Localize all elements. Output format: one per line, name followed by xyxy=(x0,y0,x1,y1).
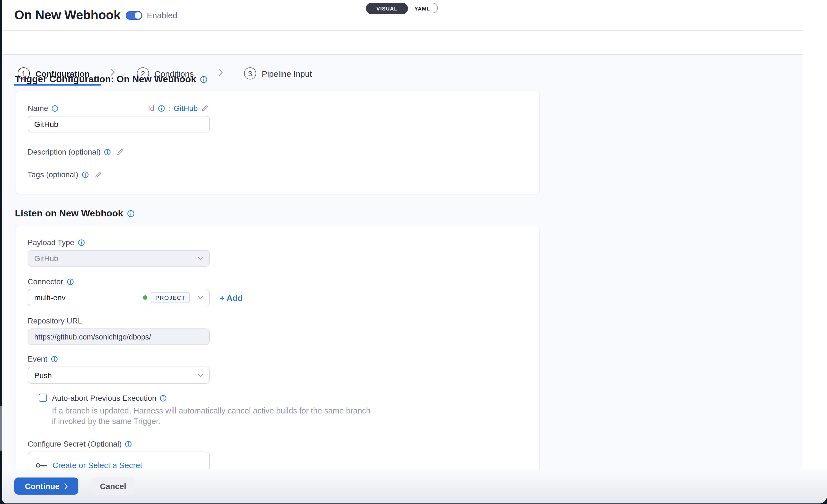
connector-status-dot xyxy=(143,295,148,300)
step-label: Pipeline Input xyxy=(262,69,312,78)
create-select-secret-link[interactable]: Create or Select a Secret xyxy=(52,461,142,470)
enabled-toggle[interactable] xyxy=(126,11,142,20)
name-input-value: GitHub xyxy=(34,120,58,129)
auto-abort-help-line1: If a branch is updated, Harness will aut… xyxy=(52,406,371,416)
chevron-right-icon xyxy=(218,68,223,79)
connector-row: Connector xyxy=(28,277,74,286)
info-icon[interactable] xyxy=(51,355,58,362)
footer-bar: Continue Cancel xyxy=(2,469,827,503)
cancel-button[interactable]: Cancel xyxy=(92,477,135,495)
trigger-config-heading-text: Trigger Configuration: On New Webhook xyxy=(15,74,196,85)
repo-url-label: Repository URL xyxy=(28,316,82,325)
repo-url-row: Repository URL xyxy=(28,316,82,325)
info-icon[interactable] xyxy=(200,75,208,83)
tab-yaml[interactable]: YAML xyxy=(407,3,437,14)
cancel-label: Cancel xyxy=(100,482,126,491)
payload-type-label: Payload Type xyxy=(28,238,74,247)
add-connector-button[interactable]: + Add xyxy=(220,293,243,303)
continue-button[interactable]: Continue xyxy=(14,477,79,495)
auto-abort-label: Auto-abort Previous Execution xyxy=(52,394,156,402)
listen-card: Payload Type GitHub Connector multi-env … xyxy=(15,226,540,503)
listen-heading: Listen on New Webhook xyxy=(15,208,135,219)
app-header: On New Webhook Enabled VISUAL YAML xyxy=(2,0,827,31)
id-row: Id : GitHub xyxy=(148,104,209,113)
connector-scope-badge: PROJECT xyxy=(151,292,190,303)
info-icon[interactable] xyxy=(125,440,132,447)
payload-type-row: Payload Type xyxy=(28,238,85,247)
edit-tags-pencil-icon[interactable] xyxy=(94,170,102,178)
name-label: Name xyxy=(28,104,48,113)
edit-description-pencil-icon[interactable] xyxy=(117,148,125,156)
auto-abort-row: Auto-abort Previous Execution xyxy=(52,394,167,402)
tab-visual[interactable]: VISUAL xyxy=(366,3,408,14)
connector-select[interactable]: multi-env PROJECT xyxy=(28,289,210,306)
id-label: Id xyxy=(148,104,154,113)
name-input[interactable]: GitHub xyxy=(28,116,210,133)
edit-id-pencil-icon[interactable] xyxy=(201,104,209,112)
name-label-row: Name xyxy=(28,104,59,113)
info-icon[interactable] xyxy=(104,148,111,155)
repo-url-input[interactable]: https://github.com/sonichigo/dbops/ xyxy=(28,329,210,345)
view-mode-switch: VISUAL YAML xyxy=(366,3,438,13)
auto-abort-checkbox[interactable] xyxy=(39,394,47,402)
chevron-down-icon xyxy=(198,296,203,299)
event-value: Push xyxy=(34,371,52,380)
repo-url-value: https://github.com/sonichigo/dbops/ xyxy=(34,333,151,341)
toggle-knob xyxy=(135,12,141,19)
event-row: Event xyxy=(28,354,58,363)
description-label: Description (optional) xyxy=(28,147,101,156)
auto-abort-help-line2: if invoked by the same Trigger. xyxy=(52,416,371,427)
payload-type-select[interactable]: GitHub xyxy=(28,250,210,267)
trigger-config-card: Name Id : GitHub GitHub Description (opt… xyxy=(15,91,540,194)
tags-label: Tags (optional) xyxy=(28,170,79,179)
event-label: Event xyxy=(28,354,47,363)
info-icon[interactable] xyxy=(52,105,59,112)
scrollbar-gutter[interactable] xyxy=(803,0,827,469)
trigger-wizard-window: On New Webhook Enabled VISUAL YAML 1 Con… xyxy=(2,0,827,503)
info-icon[interactable] xyxy=(158,105,165,112)
tab-pipeline-input[interactable]: 3 Pipeline Input xyxy=(244,67,312,80)
step-number-circle: 3 xyxy=(244,67,256,80)
enabled-label: Enabled xyxy=(147,10,177,20)
listen-heading-text: Listen on New Webhook xyxy=(15,208,123,219)
wizard-tabbar: 1 Configuration 2 Conditions 3 Pipeline … xyxy=(2,31,827,55)
trigger-config-heading: Trigger Configuration: On New Webhook xyxy=(15,74,208,85)
page-title: On New Webhook xyxy=(14,8,120,22)
chevron-down-icon xyxy=(198,373,203,377)
description-row: Description (optional) xyxy=(28,147,125,156)
connector-label: Connector xyxy=(28,277,63,286)
info-icon[interactable] xyxy=(78,239,85,246)
tags-row: Tags (optional) xyxy=(28,170,102,179)
secret-row: Configure Secret (Optional) xyxy=(28,440,132,448)
secret-label: Configure Secret (Optional) xyxy=(28,440,122,448)
payload-type-value: GitHub xyxy=(34,254,58,263)
chevron-down-icon xyxy=(198,257,203,260)
info-icon[interactable] xyxy=(127,210,135,217)
id-value-link[interactable]: GitHub xyxy=(174,104,198,113)
viewport: On New Webhook Enabled VISUAL YAML 1 Con… xyxy=(0,0,827,504)
connector-value: multi-env xyxy=(34,293,66,302)
info-icon[interactable] xyxy=(82,171,89,178)
info-icon[interactable] xyxy=(66,278,74,285)
auto-abort-help: If a branch is updated, Harness will aut… xyxy=(52,406,371,427)
id-separator: : xyxy=(168,104,170,113)
continue-label: Continue xyxy=(25,482,60,491)
event-select[interactable]: Push xyxy=(28,366,210,384)
info-icon[interactable] xyxy=(159,394,167,402)
